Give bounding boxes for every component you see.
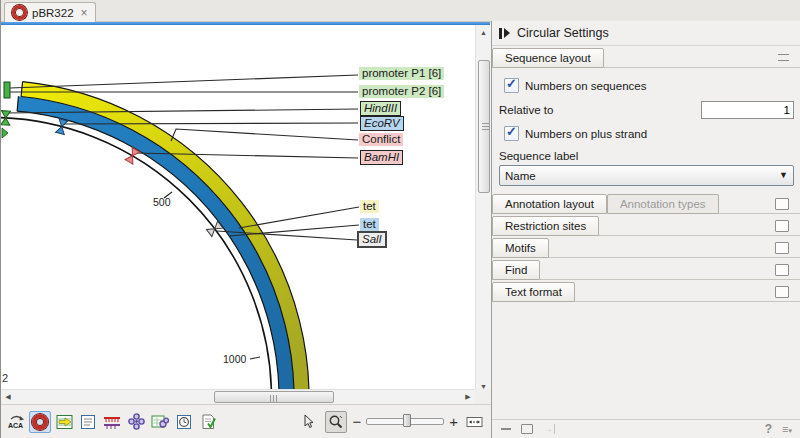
zoom-slider[interactable] [366,418,444,425]
dock-panel-icon[interactable]: → [543,424,555,434]
group-tab-annotation-types[interactable]: Annotation types [607,194,719,214]
scrollbar-corner [475,389,491,404]
vertical-scroll-thumb[interactable] [478,60,490,193]
group-tab-motifs[interactable]: Motifs [492,238,549,258]
zoom-tool-button[interactable] [325,411,347,433]
popout-group-icon[interactable] [775,286,789,298]
group-tab-find[interactable]: Find [492,260,540,280]
application-window: pBR322 × 5001000 2 promoter P1 [6]promot… [0,0,800,438]
group-motifs: Motifs [492,238,800,258]
restriction-map-view-button[interactable] [101,411,123,433]
horizontal-scroll-thumb[interactable] [214,391,334,403]
map-label-tet[interactable]: tet [360,200,379,213]
sequence-label-dropdown[interactable]: Name ▼ [499,165,794,186]
numbers-on-sequences-checkbox[interactable] [504,78,519,93]
promoter-annotation-arrow[interactable] [2,128,8,138]
group-tab-restriction-sites[interactable]: Restriction sites [492,216,599,236]
scroll-right-arrow[interactable]: ▶ [461,390,475,404]
zoom-controls: − + [298,411,485,433]
plasmid-backbone-circle [1,118,272,390]
map-label-tet[interactable]: tet [360,218,379,231]
group-tab-annotation-layout[interactable]: Annotation layout [492,194,607,214]
popout-group-icon[interactable] [775,220,789,232]
map-label-promoter-p2-6-[interactable]: promoter P2 [6] [359,85,444,98]
circular-settings-panel: Circular Settings Sequence layout Number… [491,21,800,438]
settings-accordion: Annotation layoutAnnotation typesRestric… [492,194,800,302]
group-sequence-layout[interactable]: Sequence layout [492,48,800,68]
selection-pointer-button[interactable] [298,411,320,433]
numbers-on-sequences-row: Numbers on sequences [492,78,800,93]
text-view-icon [80,414,96,430]
tab-bar: pBR322 × [1,0,800,22]
panel-menu-icon[interactable]: ≡▾ [782,423,792,435]
scroll-up-arrow[interactable]: ▲ [476,25,491,39]
map-label-ecorv[interactable]: EcoRV [360,116,404,131]
scroll-left-arrow[interactable]: ◀ [1,390,15,404]
EcoRV-site-marker[interactable] [56,119,68,135]
relative-to-row: Relative to [492,101,800,119]
horizontal-scrollbar[interactable]: ◀ ▶ [1,389,475,404]
group-tab-sequence-layout[interactable]: Sequence layout [492,48,604,68]
relative-to-label: Relative to [499,104,553,116]
element-info-view-button[interactable] [197,411,219,433]
collapse-group-icon[interactable] [778,54,789,61]
settings-panel-title: Circular Settings [517,26,609,40]
relative-to-input[interactable] [701,101,794,119]
sequence-view-icon: ACA [7,413,26,430]
popout-group-icon[interactable] [775,198,789,210]
scroll-grip [270,395,278,402]
map-label-promoter-p1-6-[interactable]: promoter P1 [6] [359,67,444,80]
group-find: Find [492,260,800,280]
view-toolbar: ACA − + [1,404,491,438]
group-annotation-layout: Annotation layoutAnnotation types [492,194,800,214]
settings-panel-header[interactable]: Circular Settings [492,21,800,46]
fit-width-icon [466,415,483,429]
position-tick-label: 1000 [223,353,247,365]
fit-width-button[interactable] [463,411,485,433]
scroll-grip [482,123,489,131]
tab-pbr322[interactable]: pBR322 × [4,2,96,22]
minimize-panel-icon[interactable] [501,428,511,430]
motif-table-view-button[interactable] [149,411,171,433]
history-view-icon [176,414,192,430]
float-panel-icon[interactable] [521,424,533,434]
zoom-out-button[interactable]: − [352,415,361,429]
position-tick-label: 500 [153,196,171,208]
numbers-on-plus-strand-checkbox[interactable] [504,126,519,141]
tet-gene-band-blue[interactable] [18,104,287,389]
tab-title: pBR322 [32,7,74,19]
map-label-conflict[interactable]: Conflict [359,133,403,146]
circular-sequence-canvas[interactable]: 5001000 2 promoter P1 [6]promoter P2 [6]… [1,25,475,389]
circular-view-icon [32,414,48,430]
map-label-bamhi[interactable]: BamHI [360,150,403,165]
pointer-icon [302,414,316,429]
popout-group-icon[interactable] [775,264,789,276]
help-icon[interactable]: ? [765,422,772,436]
annotation-table-icon [56,414,73,430]
sidebar-toggle-icon[interactable] [499,28,510,39]
element-info-icon [200,414,217,430]
restriction-map-icon [103,414,121,430]
zoom-slider-thumb[interactable] [403,414,411,427]
annotation-table-view-button[interactable] [53,411,75,433]
map-label-sali[interactable]: SalI [357,231,387,248]
tab-close-icon[interactable]: × [81,8,88,18]
sequence-view-button[interactable]: ACA [5,411,27,433]
vertical-scrollbar[interactable]: ▲ ▼ [475,25,491,393]
map-label-hindiii[interactable]: HindIII [360,101,401,116]
sequence-label-dropdown-value: Name [505,170,536,182]
cloverleaf-view-button[interactable] [125,411,147,433]
zoom-in-button[interactable]: + [449,415,458,429]
group-tab-text-format[interactable]: Text format [492,282,575,302]
popout-group-icon[interactable] [775,242,789,254]
label-leader-line [171,129,358,141]
position-tick [250,357,260,359]
label-leader-line [10,75,358,88]
motif-table-view-icon [151,414,169,430]
text-view-button[interactable] [77,411,99,433]
chevron-down-icon: ▼ [779,170,788,180]
magnifier-icon [328,414,344,430]
history-view-button[interactable] [173,411,195,433]
circular-view-button[interactable] [29,411,51,433]
promoter-annotation-box[interactable] [4,82,10,98]
